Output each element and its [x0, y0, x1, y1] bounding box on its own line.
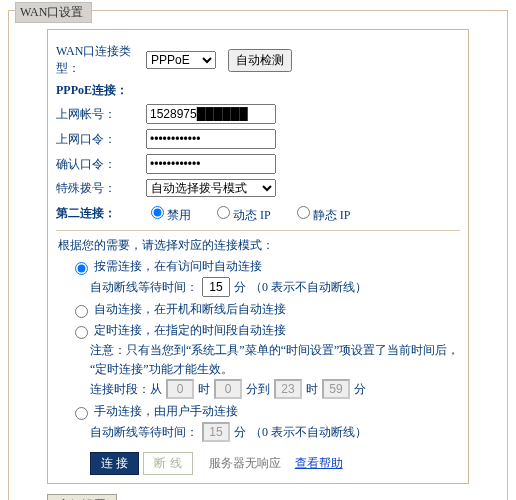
auto-detect-button[interactable]: 自动检测 — [228, 49, 292, 72]
to-min — [322, 379, 350, 399]
form-area: WAN口连接类型： PPPoE 自动检测 PPPoE连接： 上网帐号： 上网口令… — [47, 29, 469, 484]
timed-note: 注意：只有当您到“系统工具”菜单的“时间设置”项设置了当前时间后，“定时连接”功… — [90, 341, 460, 379]
special-dial-select[interactable]: 自动选择拨号模式 — [146, 179, 276, 197]
radio-static-label[interactable]: 静态 IP — [292, 208, 351, 222]
confirm-input[interactable] — [146, 154, 276, 174]
radio-disabled[interactable] — [151, 206, 164, 219]
divider — [56, 230, 460, 231]
from-min — [214, 379, 242, 399]
connect-button[interactable]: 连 接 — [90, 452, 139, 475]
radio-disabled-text: 禁用 — [167, 208, 191, 222]
label-pppoe: PPPoE连接： — [56, 82, 146, 99]
help-link[interactable]: 查看帮助 — [295, 455, 343, 472]
wan-settings-panel: WAN口设置 WAN口连接类型： PPPoE 自动检测 PPPoE连接： 上网帐… — [8, 10, 508, 500]
mode-demand-label: 按需连接，在有访问时自动连接 — [94, 258, 262, 275]
panel-title: WAN口设置 — [15, 2, 92, 23]
idle-time-2 — [202, 422, 230, 442]
idle-note-2: （0 表示不自动断线） — [250, 424, 367, 441]
radio-static[interactable] — [297, 206, 310, 219]
radio-disabled-label[interactable]: 禁用 — [146, 208, 191, 222]
password-input[interactable] — [146, 129, 276, 149]
second-conn-radios: 禁用 动态 IP 静态 IP — [146, 203, 368, 224]
label-password: 上网口令： — [56, 131, 146, 148]
to-hour — [274, 379, 302, 399]
status-text: 服务器无响应 — [209, 455, 281, 472]
mode-timed-radio[interactable] — [75, 326, 88, 339]
radio-dynamic-text: 动态 IP — [233, 208, 271, 222]
radio-dynamic[interactable] — [217, 206, 230, 219]
mode-auto-label: 自动连接，在开机和断线后自动连接 — [94, 301, 286, 318]
mode-auto-radio[interactable] — [75, 305, 88, 318]
unit-hour-1: 时 — [198, 381, 210, 398]
radio-dynamic-label[interactable]: 动态 IP — [212, 208, 271, 222]
label-special-dial: 特殊拨号： — [56, 180, 146, 197]
idle-time-1[interactable] — [202, 277, 230, 297]
disconnect-button[interactable]: 断 线 — [143, 452, 192, 475]
unit-min-2: 分 — [354, 381, 366, 398]
label-account: 上网帐号： — [56, 106, 146, 123]
mode-manual-label: 手动连接，由用户手动连接 — [94, 403, 238, 420]
unit-min-to: 分到 — [246, 381, 270, 398]
idle-label-1: 自动断线等待时间： — [90, 279, 198, 296]
unit-hour-2: 时 — [306, 381, 318, 398]
mode-demand-radio[interactable] — [75, 262, 88, 275]
mode-manual-radio[interactable] — [75, 407, 88, 420]
mode-timed-label: 定时连接，在指定的时间段自动连接 — [94, 322, 286, 339]
idle-unit-2: 分 — [234, 424, 246, 441]
label-confirm: 确认口令： — [56, 156, 146, 173]
label-conn-type: WAN口连接类型： — [56, 43, 146, 77]
radio-static-text: 静态 IP — [313, 208, 351, 222]
idle-label-2: 自动断线等待时间： — [90, 424, 198, 441]
period-label: 连接时段：从 — [90, 381, 162, 398]
conn-type-select[interactable]: PPPoE — [146, 51, 216, 69]
from-hour — [166, 379, 194, 399]
mode-hint: 根据您的需要，请选择对应的连接模式： — [58, 237, 460, 254]
label-second-conn: 第二连接： — [56, 205, 146, 222]
account-input[interactable] — [146, 104, 276, 124]
advanced-button[interactable]: 高级设置 — [47, 494, 117, 500]
idle-unit-1: 分 — [234, 279, 246, 296]
idle-note-1: （0 表示不自动断线） — [250, 279, 367, 296]
